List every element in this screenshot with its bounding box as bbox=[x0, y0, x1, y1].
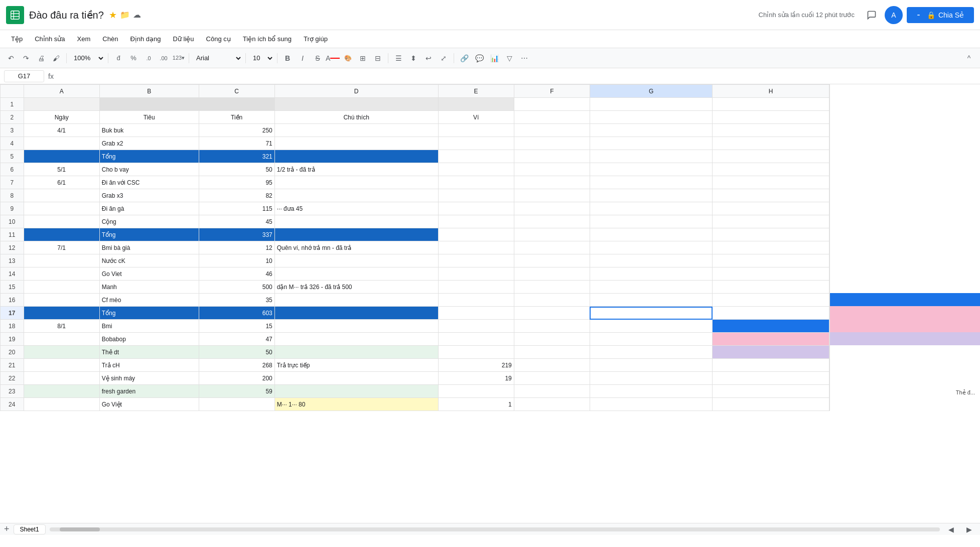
cell-C2[interactable]: Tiền bbox=[199, 111, 274, 124]
cell-H17[interactable] bbox=[713, 307, 829, 320]
insert-comment-button[interactable]: 💬 bbox=[472, 51, 486, 65]
cell-G7[interactable] bbox=[590, 176, 712, 189]
cell-G19[interactable] bbox=[590, 333, 712, 346]
col-header-F[interactable]: F bbox=[514, 85, 590, 98]
cell-A4[interactable] bbox=[24, 137, 99, 150]
cell-H16[interactable] bbox=[713, 294, 829, 307]
cell-H14[interactable] bbox=[713, 267, 829, 281]
cell-D11[interactable] bbox=[274, 228, 438, 241]
cell-G11[interactable] bbox=[590, 228, 712, 241]
col-header-G[interactable]: G bbox=[590, 85, 712, 98]
cell-C4[interactable]: 71 bbox=[199, 137, 274, 150]
cell-H18[interactable] bbox=[713, 320, 829, 333]
scroll-left-button[interactable]: ◀ bbox=[944, 522, 958, 535]
cell-E20[interactable] bbox=[438, 346, 514, 359]
cell-C18[interactable]: 15 bbox=[199, 320, 274, 333]
format-decimal-plain[interactable]: đ bbox=[111, 51, 125, 65]
cell-A24[interactable] bbox=[24, 398, 99, 411]
cell-C19[interactable]: 47 bbox=[199, 333, 274, 346]
cell-C3[interactable]: 250 bbox=[199, 124, 274, 137]
cell-A1[interactable] bbox=[24, 98, 99, 111]
cell-G15[interactable] bbox=[590, 281, 712, 294]
cell-H8[interactable] bbox=[713, 189, 829, 202]
format-dec-increase[interactable]: .00 bbox=[157, 51, 171, 65]
cell-F17[interactable] bbox=[514, 307, 590, 320]
cell-D21[interactable]: Trả trực tiếp bbox=[274, 359, 438, 372]
cell-B20[interactable]: Thẻ dt bbox=[99, 346, 199, 359]
cell-B21[interactable]: Trả cH bbox=[99, 359, 199, 372]
cell-H11[interactable] bbox=[713, 228, 829, 241]
cell-D10[interactable] bbox=[274, 215, 438, 228]
cell-E21[interactable]: 219 bbox=[438, 359, 514, 372]
cell-D20[interactable] bbox=[274, 346, 438, 359]
cell-F4[interactable] bbox=[514, 137, 590, 150]
cell-D14[interactable] bbox=[274, 267, 438, 281]
cell-H5[interactable] bbox=[713, 150, 829, 163]
cell-H22[interactable] bbox=[713, 372, 829, 385]
collapse-button[interactable]: ^ bbox=[962, 51, 976, 65]
menu-format[interactable]: Định dạng bbox=[125, 33, 166, 45]
cell-F14[interactable] bbox=[514, 267, 590, 281]
cell-E12[interactable] bbox=[438, 241, 514, 254]
cell-A9[interactable] bbox=[24, 202, 99, 215]
cell-B5[interactable]: Tổng bbox=[99, 150, 199, 163]
comment-button[interactable] bbox=[863, 6, 881, 24]
cell-F3[interactable] bbox=[514, 124, 590, 137]
cell-G8[interactable] bbox=[590, 189, 712, 202]
cell-D22[interactable] bbox=[274, 372, 438, 385]
cell-C14[interactable]: 46 bbox=[199, 267, 274, 281]
cell-A10[interactable] bbox=[24, 215, 99, 228]
cell-F6[interactable] bbox=[514, 163, 590, 176]
star-icon[interactable]: ★ bbox=[109, 10, 117, 21]
cell-A5[interactable] bbox=[24, 150, 99, 163]
cell-B10[interactable]: Cộng bbox=[99, 215, 199, 228]
cell-D1[interactable] bbox=[274, 98, 438, 111]
cell-A3[interactable]: 4/1 bbox=[24, 124, 99, 137]
cell-F16[interactable] bbox=[514, 294, 590, 307]
cell-G9[interactable] bbox=[590, 202, 712, 215]
menu-file[interactable]: Tệp bbox=[6, 33, 28, 45]
cell-D23[interactable] bbox=[274, 385, 438, 398]
print-button[interactable]: 🖨 bbox=[34, 51, 48, 65]
cell-G21[interactable] bbox=[590, 359, 712, 372]
cloud-icon[interactable]: ☁ bbox=[133, 10, 141, 20]
cell-C9[interactable]: 115 bbox=[199, 202, 274, 215]
zoom-select[interactable]: 100% 75% 125% bbox=[70, 51, 105, 65]
cell-F15[interactable] bbox=[514, 281, 590, 294]
font-size-select[interactable]: 10 11 12 14 bbox=[249, 51, 274, 65]
cell-F21[interactable] bbox=[514, 359, 590, 372]
cell-C12[interactable]: 12 bbox=[199, 241, 274, 254]
cell-A6[interactable]: 5/1 bbox=[24, 163, 99, 176]
bold-button[interactable]: B bbox=[281, 51, 295, 65]
cell-H10[interactable] bbox=[713, 215, 829, 228]
cell-G20[interactable] bbox=[590, 346, 712, 359]
cell-E1[interactable] bbox=[438, 98, 514, 111]
cell-E18[interactable] bbox=[438, 320, 514, 333]
cell-E5[interactable] bbox=[438, 150, 514, 163]
cell-E2[interactable]: Ví bbox=[438, 111, 514, 124]
cell-D12[interactable]: Quên ví, nhớ trả mn - đã trả bbox=[274, 241, 438, 254]
cell-A22[interactable] bbox=[24, 372, 99, 385]
cell-F1[interactable] bbox=[514, 98, 590, 111]
italic-button[interactable]: I bbox=[296, 51, 310, 65]
cell-F11[interactable] bbox=[514, 228, 590, 241]
cell-C16[interactable]: 35 bbox=[199, 294, 274, 307]
menu-tools[interactable]: Công cụ bbox=[201, 33, 236, 45]
cell-E9[interactable] bbox=[438, 202, 514, 215]
align-left-button[interactable]: ☰ bbox=[391, 51, 405, 65]
cell-C20[interactable]: 50 bbox=[199, 346, 274, 359]
rotate-button[interactable]: ⤢ bbox=[437, 51, 451, 65]
share-button[interactable]: 🔒 Chia Sẻ bbox=[907, 7, 974, 23]
redo-button[interactable]: ↷ bbox=[19, 51, 33, 65]
col-header-C[interactable]: C bbox=[199, 85, 274, 98]
cell-A13[interactable] bbox=[24, 254, 99, 267]
cell-G3[interactable] bbox=[590, 124, 712, 137]
menu-help[interactable]: Trợ giúp bbox=[299, 33, 333, 45]
cell-F5[interactable] bbox=[514, 150, 590, 163]
cell-D15[interactable]: dặn M··· trả 326 - đã trả 500 bbox=[274, 281, 438, 294]
cell-B16[interactable]: Cf mèo bbox=[99, 294, 199, 307]
cell-B24[interactable]: Go Việt bbox=[99, 398, 199, 411]
strikethrough-button[interactable]: S bbox=[311, 51, 325, 65]
cell-E7[interactable] bbox=[438, 176, 514, 189]
add-sheet-button[interactable]: + bbox=[4, 524, 10, 534]
